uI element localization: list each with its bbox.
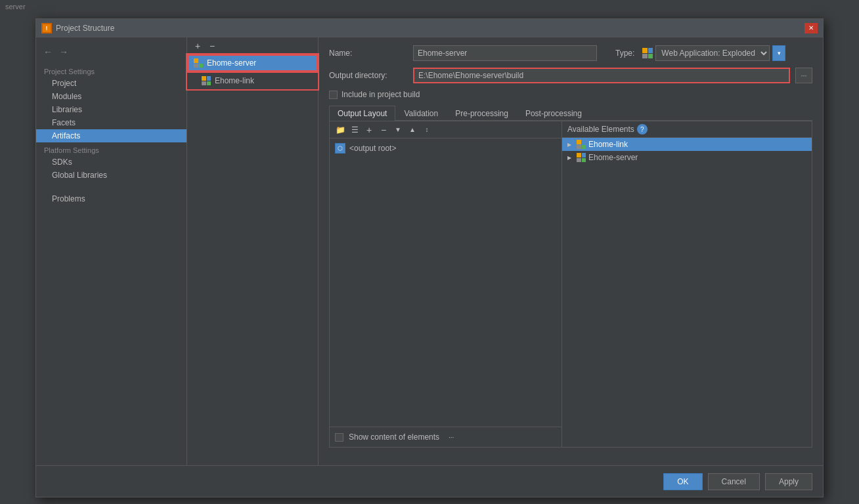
move-up-btn[interactable]: ▲ <box>406 124 419 136</box>
dialog-footer: OK Cancel Apply <box>36 465 823 497</box>
available-elements-label: Available Elements <box>567 125 634 134</box>
sidebar-item-problems[interactable]: Problems <box>36 192 187 205</box>
show-content-label: Show content of elements <box>349 432 439 442</box>
platform-settings-label: Platform Settings <box>36 142 187 156</box>
output-layout-panel: 📁 ☰ + − ▼ ▲ ↕ ⬡ <output root> <box>329 121 812 448</box>
include-build-checkbox[interactable] <box>329 91 338 99</box>
top-bar-title: server <box>5 3 26 10</box>
nav-forward-button[interactable]: → <box>57 45 70 58</box>
add-artifact-button[interactable]: + <box>191 40 204 52</box>
remove-artifact-button[interactable]: − <box>206 40 219 52</box>
output-root-item[interactable]: ⬡ <output root> <box>330 141 562 156</box>
sidebar-item-modules[interactable]: Modules <box>36 90 187 103</box>
output-layout-toolbar: 📁 ☰ + − ▼ ▲ ↕ <box>330 121 562 138</box>
cancel-button[interactable]: Cancel <box>708 473 760 490</box>
name-label: Name: <box>329 49 408 58</box>
apply-button[interactable]: Apply <box>765 473 812 490</box>
dialog-titlebar: ! Project Structure ✕ <box>36 19 823 37</box>
titlebar-left: ! Project Structure <box>41 23 114 33</box>
name-input[interactable] <box>413 45 597 61</box>
expand-arrow-ehome-server: ▶ <box>567 155 574 161</box>
ok-button[interactable]: OK <box>663 473 702 490</box>
type-select[interactable]: Web Application: Exploded <box>655 45 770 61</box>
available-elements-header: Available Elements ? <box>562 121 812 138</box>
sidebar-item-libraries[interactable]: Libraries <box>36 103 187 116</box>
output-layout-left: 📁 ☰ + − ▼ ▲ ↕ ⬡ <output root> <box>330 121 562 447</box>
browse-button[interactable]: ··· <box>795 68 812 83</box>
available-item-ehome-link[interactable]: ▶ Ehome-link <box>562 138 812 151</box>
dialog-body: ← → Project Settings Project Modules Lib… <box>36 37 823 465</box>
show-content-options-btn[interactable]: ··· <box>445 431 458 443</box>
output-root-icon: ⬡ <box>335 143 345 154</box>
list-icon-btn[interactable]: ☰ <box>348 124 361 136</box>
add-element-btn[interactable]: + <box>363 124 376 136</box>
folder-icon-btn[interactable]: 📁 <box>334 124 347 136</box>
module-icon-ehome-link <box>202 76 211 85</box>
tab-pre-processing[interactable]: Pre-processing <box>447 106 517 121</box>
tab-output-layout[interactable]: Output Layout <box>329 106 395 121</box>
output-root-label: <output root> <box>349 144 396 153</box>
module-icon-avail-ehome-server <box>577 153 586 162</box>
dialog-title-text: Project Structure <box>56 24 114 33</box>
available-elements-help-btn[interactable]: ? <box>637 124 648 135</box>
remove-element-btn[interactable]: − <box>377 124 390 136</box>
tab-post-processing[interactable]: Post-processing <box>517 106 590 121</box>
artifact-item-ehome-server[interactable]: Ehome-server <box>187 54 318 72</box>
type-dropdown-arrow[interactable]: ▾ <box>772 45 785 61</box>
sidebar: ← → Project Settings Project Modules Lib… <box>36 37 187 465</box>
nav-back-button[interactable]: ← <box>41 45 55 58</box>
output-dir-label: Output directory: <box>329 71 408 80</box>
dialog-close-button[interactable]: ✕ <box>804 23 818 33</box>
project-structure-dialog: ! Project Structure ✕ ← → Project Settin… <box>35 18 824 497</box>
avail-ehome-server-label: Ehome-server <box>588 153 638 162</box>
available-items-tree: ▶ Ehome-link ▶ <box>562 138 812 164</box>
output-dir-input[interactable] <box>413 68 790 83</box>
output-layout-right: Available Elements ? ▶ Ehome-link <box>562 121 812 447</box>
include-build-row: Include in project build <box>329 90 812 99</box>
artifact-label-ehome-server: Ehome-server <box>207 58 256 68</box>
sidebar-problems-section: Problems <box>36 192 187 205</box>
expand-arrow-ehome-link: ▶ <box>567 142 574 148</box>
name-type-row: Name: Type: Web Application: Exploded ▾ <box>329 45 812 61</box>
sidebar-item-global-libraries[interactable]: Global Libraries <box>36 169 187 182</box>
sidebar-item-sdks[interactable]: SDKs <box>36 156 187 169</box>
tabs-bar: Output Layout Validation Pre-processing … <box>329 106 812 121</box>
sidebar-item-facets[interactable]: Facets <box>36 116 187 129</box>
sort-btn[interactable]: ↕ <box>420 124 433 136</box>
top-bar: server <box>0 0 859 13</box>
output-dir-row: Output directory: ··· <box>329 68 812 83</box>
type-select-wrapper: Web Application: Exploded ▾ <box>642 45 785 61</box>
module-icon-avail-ehome-link <box>577 140 586 149</box>
include-build-label: Include in project build <box>341 90 420 99</box>
output-left-tree: ⬡ <output root> <box>330 138 562 158</box>
move-down-btn[interactable]: ▼ <box>391 124 405 136</box>
artifacts-panel: + − Ehome-server Ehome-link <box>187 37 319 465</box>
sidebar-nav-icons: ← → <box>36 43 187 64</box>
type-label: Type: <box>615 49 634 58</box>
project-settings-label: Project Settings <box>36 64 187 77</box>
available-item-ehome-server[interactable]: ▶ Ehome-server <box>562 151 812 164</box>
show-content-checkbox[interactable] <box>335 433 343 442</box>
show-content-row: Show content of elements ··· <box>330 427 562 447</box>
main-content: Name: Type: Web Application: Exploded ▾ … <box>319 37 823 465</box>
sidebar-item-project[interactable]: Project <box>36 77 187 90</box>
dialog-title-icon: ! <box>41 23 52 33</box>
type-icon <box>642 48 653 58</box>
artifact-label-ehome-link: Ehome-link <box>215 76 254 85</box>
sidebar-item-artifacts[interactable]: Artifacts <box>36 129 187 142</box>
artifact-item-ehome-link[interactable]: Ehome-link <box>187 72 318 89</box>
tab-validation[interactable]: Validation <box>395 106 447 121</box>
artifacts-toolbar: + − <box>187 37 318 54</box>
module-icon-ehome-server <box>194 58 203 68</box>
avail-ehome-link-label: Ehome-link <box>588 140 628 149</box>
